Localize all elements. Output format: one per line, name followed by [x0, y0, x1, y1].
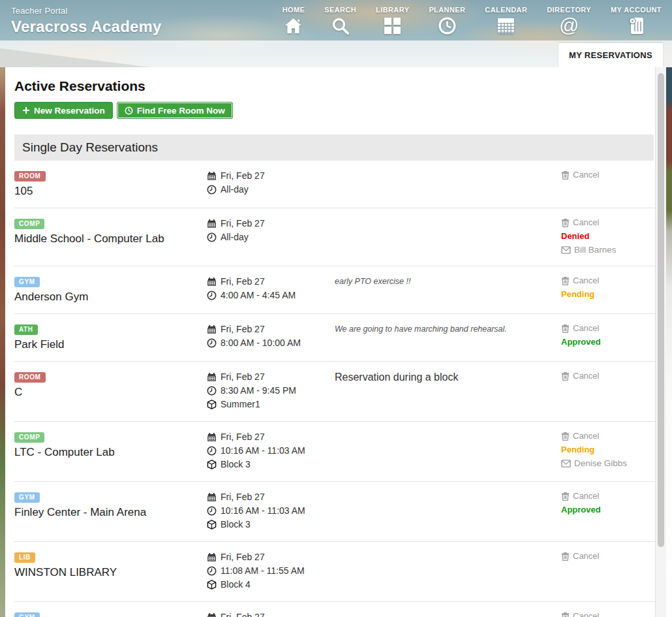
reservation-time-line: 10:16 AM - 11:03 AM: [207, 444, 335, 458]
status-badge: Pending: [561, 289, 655, 300]
reservation-actions-cell: CancelDeniedBill Barnes: [561, 217, 655, 256]
reservation-when-cell: Fri, Feb 2710:16 AM - 11:03 AMBlock 3: [207, 490, 335, 531]
reservation-when-cell: Fri, Feb 278:00 AM - 10:00 AM: [207, 323, 335, 351]
trash-icon: [561, 372, 570, 381]
calendar-icon: [207, 432, 217, 442]
reservation-when-cell: Fri, Feb 2711:08 AM - 11:55 AMBlock 4: [207, 550, 335, 592]
nav-item-calendar[interactable]: CALENDAR: [485, 6, 527, 35]
reservation-time: All-day: [221, 230, 249, 244]
reservation-date: Fri, Feb 27: [221, 550, 265, 564]
reservation-time-line: 8:00 AM - 10:00 AM: [207, 336, 335, 350]
approver-contact-link[interactable]: Bill Barnes: [561, 244, 655, 256]
find-free-room-button[interactable]: Find Free Room Now: [117, 102, 233, 119]
background-building-roof: [0, 48, 150, 67]
nav-label: DIRECTORY: [547, 6, 591, 14]
reservation-room-cell: GYMFinley Center - Auxiliary Gym: [14, 610, 207, 617]
reservation-date: Fri, Feb 27: [221, 370, 265, 384]
nav-item-directory[interactable]: DIRECTORY@: [547, 6, 591, 35]
reservation-row: GYMAnderson GymFri, Feb 274:00 AM - 4:45…: [14, 266, 655, 314]
room-name: LTC - Computer Lab: [14, 446, 207, 459]
calendar-icon: [497, 16, 515, 35]
calendar-icon: [207, 219, 217, 229]
reservation-actions-cell: Cancel: [561, 169, 655, 198]
clock-icon: [207, 386, 217, 396]
nav-label: LIBRARY: [376, 6, 409, 14]
reservation-time-line: 11:08 AM - 11:55 AM: [207, 564, 335, 578]
reservation-date-line: Fri, Feb 27: [207, 275, 335, 289]
cancel-reservation-link[interactable]: Cancel: [561, 430, 655, 442]
nav-label: CALENDAR: [485, 6, 527, 14]
directory-icon: @: [559, 16, 579, 35]
reservation-date-line: Fri, Feb 27: [207, 550, 335, 564]
section-single-day-reservations: Single Day Reservations: [14, 134, 654, 161]
reservation-block: Block 3: [221, 458, 251, 471]
reservation-block: Block 3: [221, 518, 251, 531]
reservation-block-line: Block 3: [207, 518, 335, 531]
clock-icon: [207, 446, 217, 456]
cancel-reservation-link[interactable]: Cancel: [561, 275, 655, 287]
school-name: Veracross Academy: [11, 18, 162, 36]
reservation-when-cell: Fri, Feb 27All-day: [207, 217, 335, 256]
approver-contact-link[interactable]: Denise Gibbs: [561, 458, 655, 469]
reservation-note-cell: We are going to have marching band rehea…: [335, 323, 561, 351]
status-badge: Approved: [561, 336, 655, 348]
nav-label: HOME: [283, 6, 305, 14]
status-badge: Approved: [561, 504, 655, 516]
reservation-note-cell: [335, 169, 561, 198]
planner-icon: [438, 16, 456, 35]
reservation-date: Fri, Feb 27: [221, 490, 265, 504]
status-badge: Pending: [561, 444, 655, 456]
reservation-date-line: Fri, Feb 27: [207, 490, 335, 504]
cancel-label: Cancel: [573, 275, 599, 287]
nav-item-home[interactable]: HOME: [283, 6, 305, 35]
nav-item-library[interactable]: LIBRARY: [376, 6, 409, 35]
calendar-icon: [207, 171, 217, 181]
reservation-time-line: 10:16 AM - 11:03 AM: [207, 504, 335, 518]
cancel-reservation-link[interactable]: Cancel: [561, 323, 655, 334]
cancel-reservation-link[interactable]: Cancel: [561, 550, 655, 562]
scrollbar-thumb[interactable]: [658, 73, 664, 547]
reservation-actions-cell: Cancel: [561, 550, 655, 592]
cancel-reservation-link[interactable]: Cancel: [561, 370, 655, 382]
envelope-icon: [561, 460, 571, 467]
room-type-badge: COMP: [14, 219, 44, 229]
reservation-block-line: Block 4: [207, 578, 335, 592]
reservation-date: Fri, Feb 27: [221, 169, 265, 183]
top-nav: HOMESEARCHLIBRARYPLANNERCALENDARDIRECTOR…: [263, 6, 662, 35]
reservation-block-line: Block 3: [207, 458, 335, 471]
clock-icon: [207, 185, 217, 195]
clock-icon: [207, 232, 217, 242]
cancel-reservation-link[interactable]: Cancel: [561, 610, 655, 617]
clock-icon: [125, 106, 133, 115]
reservation-room-cell: ATHPark Field: [14, 323, 207, 351]
cancel-label: Cancel: [573, 490, 599, 502]
calendar-icon: [207, 324, 217, 334]
new-reservation-button[interactable]: New Reservation: [14, 102, 113, 119]
cancel-reservation-link[interactable]: Cancel: [561, 490, 655, 502]
trash-icon: [561, 170, 570, 180]
reservation-date: Fri, Feb 27: [221, 217, 265, 230]
reservation-time: 11:08 AM - 11:55 AM: [221, 564, 305, 578]
reservation-room-cell: GYMFinley Center - Main Arena: [14, 490, 207, 531]
page-title: Active Reservations: [14, 78, 655, 94]
reservation-room-cell: ROOM105: [14, 169, 207, 198]
find-free-room-label: Find Free Room Now: [137, 106, 225, 116]
room-type-badge: COMP: [14, 432, 44, 443]
reservation-date: Fri, Feb 27: [221, 430, 265, 444]
nav-item-planner[interactable]: PLANNER: [429, 6, 465, 35]
room-type-badge: ROOM: [14, 171, 46, 182]
cancel-label: Cancel: [573, 323, 599, 334]
nav-item-my-account[interactable]: MY ACCOUNT: [611, 6, 662, 35]
cancel-reservation-link[interactable]: Cancel: [561, 217, 655, 229]
cancel-reservation-link[interactable]: Cancel: [561, 169, 655, 181]
background-photo-right-strip: [665, 67, 672, 617]
reservation-when-cell: Fri, Feb 27All-day: [207, 169, 335, 198]
tab-my-reservations[interactable]: MY RESERVATIONS: [558, 43, 663, 67]
reservation-note-cell: [335, 490, 561, 531]
nav-item-search[interactable]: SEARCH: [324, 6, 356, 35]
reservation-time-line: 4:00 AM - 4:45 AM: [207, 289, 335, 302]
reservation-time-line: All-day: [207, 183, 335, 197]
reservation-block: Block 4: [221, 578, 251, 592]
reservation-row: ROOM105Fri, Feb 27All-dayCancel: [14, 161, 655, 208]
cancel-label: Cancel: [573, 550, 599, 562]
